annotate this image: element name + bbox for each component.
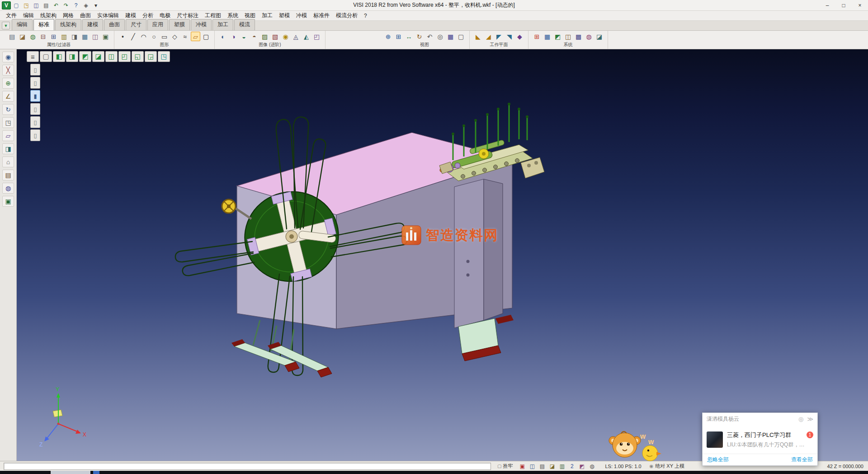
ignore-all-link[interactable]: 忽略全部	[707, 456, 729, 464]
attr-style-icon[interactable]: ▥	[59, 32, 69, 41]
render-background-icon[interactable]: ◰	[312, 32, 321, 41]
status-print-icon[interactable]: ▤	[538, 462, 546, 470]
view-axon-icon[interactable]: ◲	[145, 51, 157, 62]
float-tool-4[interactable]: ▯	[30, 103, 40, 115]
render-texture-icon[interactable]: ▨	[260, 32, 269, 41]
system-tools-icon[interactable]: ◪	[594, 32, 604, 41]
status-edit-icon[interactable]: ◪	[548, 462, 556, 470]
tab[interactable]: 线架构	[55, 19, 81, 30]
float-tool-1[interactable]: ▯	[30, 64, 40, 76]
view-rotate-icon[interactable]: ↻	[415, 32, 424, 41]
tab[interactable]: 标准	[33, 19, 54, 30]
view-plane-icon[interactable]: ▢	[40, 51, 52, 62]
status-palette-icon[interactable]: ◩	[578, 462, 586, 470]
tab[interactable]: 模流	[234, 19, 255, 30]
status-count-icon[interactable]: 2	[568, 462, 576, 470]
lock-toggle[interactable]: ▢ 拴牢	[497, 463, 513, 469]
graphics-rect-icon[interactable]: ▭	[160, 32, 169, 41]
tab-overflow-button[interactable]: ▼	[2, 22, 10, 29]
attr-properties-icon[interactable]: ▤	[7, 32, 17, 41]
display-list-icon[interactable]: ≡	[27, 51, 39, 62]
open-file-icon[interactable]: ◳	[22, 1, 31, 9]
attr-layer-icon[interactable]: ⊟	[38, 32, 48, 41]
settings-icon[interactable]: ◈	[81, 1, 90, 9]
attr-mask-icon[interactable]: ◨	[70, 32, 79, 41]
render-section-icon[interactable]: ▧	[270, 32, 280, 41]
redo-icon[interactable]: ↷	[61, 1, 71, 9]
system-database-icon[interactable]: ◫	[563, 32, 573, 41]
close-button[interactable]: ×	[852, 0, 868, 10]
ucs-tool-icon[interactable]: ◳	[2, 117, 14, 128]
coordinate-mode[interactable]: ◉ 绝对 XY 上模	[650, 463, 684, 469]
menu-item[interactable]: 塑模	[276, 10, 293, 21]
attr-color-icon[interactable]: ◍	[28, 32, 38, 41]
status-alert-icon[interactable]: ▣	[518, 462, 526, 470]
system-settings-icon[interactable]: ⊞	[532, 32, 542, 41]
workplane-yz-icon[interactable]: ◤	[494, 32, 504, 41]
workplane-xy-icon[interactable]: ◣	[473, 32, 483, 41]
render-shadow-icon[interactable]: ◬	[291, 32, 301, 41]
tab[interactable]: 曲面	[104, 19, 125, 30]
menu-item[interactable]: 模流分析	[333, 10, 361, 21]
menu-item[interactable]: 加工	[259, 10, 276, 21]
system-grid-icon[interactable]: ▩	[574, 32, 583, 41]
status-monitor-icon[interactable]: ◫	[528, 462, 536, 470]
render-light-icon[interactable]: ◉	[281, 32, 290, 41]
tab[interactable]: 冲模	[191, 19, 212, 30]
maximize-button[interactable]: □	[835, 0, 852, 10]
view-previous-icon[interactable]: ↶	[425, 32, 434, 41]
minimize-button[interactable]: –	[819, 0, 835, 10]
workplane-3pt-icon[interactable]: ◥	[505, 32, 514, 41]
view-bottom-icon[interactable]: ◱	[132, 51, 144, 62]
view-top-icon[interactable]: ◨	[66, 51, 78, 62]
attr-filter-icon[interactable]: ◪	[18, 32, 27, 41]
status-command-input[interactable]	[4, 463, 491, 470]
render-material-icon[interactable]: ◭	[302, 32, 311, 41]
qat-dropdown-icon[interactable]: ▾	[91, 1, 100, 9]
visi-logo[interactable]: V	[2, 1, 11, 9]
view-right-icon[interactable]: ◪	[92, 51, 104, 62]
layer-tool-icon[interactable]: ▤	[2, 170, 14, 180]
view-back-icon[interactable]: ◰	[118, 51, 131, 62]
view-full-icon[interactable]: ▢	[456, 32, 466, 41]
system-display-icon[interactable]: ▦	[542, 32, 552, 41]
print-icon[interactable]: ▤	[42, 1, 51, 9]
rotate-tool-icon[interactable]: ↻	[2, 104, 14, 115]
viewport-3d[interactable]: Y X Z ≡▢◧◨◩◪◫◰◱◲◳ ▯▯▮▯▯▯	[17, 49, 868, 461]
render-hidden-icon[interactable]: ◒	[239, 32, 249, 41]
graphics-solid-icon[interactable]: ▢	[201, 32, 211, 41]
mirror-tool-icon[interactable]: ◍	[2, 183, 14, 194]
graphics-point-icon[interactable]: •	[118, 32, 127, 41]
render-shaded-icon[interactable]: ◐	[218, 32, 228, 41]
menu-item[interactable]: 冲模	[293, 10, 310, 21]
snap-tool-icon[interactable]: ⊕	[2, 78, 14, 89]
tab[interactable]: 加工	[212, 19, 233, 30]
view-left-icon[interactable]: ◫	[105, 51, 118, 62]
delete-tool-icon[interactable]: ╳	[2, 65, 14, 76]
status-gear-icon[interactable]: ◍	[588, 462, 596, 470]
float-tool-3[interactable]: ▮	[30, 90, 40, 102]
surface-tool-icon[interactable]: ▱	[2, 130, 14, 141]
float-tool-6[interactable]: ▯	[30, 129, 40, 141]
view-zoom-window-icon[interactable]: ⊞	[394, 32, 403, 41]
measure-tool-icon[interactable]: ∠	[2, 91, 14, 102]
tab[interactable]: 应用	[147, 19, 168, 30]
tab[interactable]: 编辑	[12, 19, 33, 30]
attr-tag-icon[interactable]: ◫	[90, 32, 100, 41]
chat-message-item[interactable]: 三菱，西门子PLC学习群 1 LIU:①本团队有几十万QQ群，…	[703, 425, 817, 454]
workplane-reset-icon[interactable]: ◆	[515, 32, 524, 41]
status-layer-icon[interactable]: ▥	[558, 462, 566, 470]
view-all-link[interactable]: 查看全部	[791, 456, 813, 464]
attr-grid-icon[interactable]: ⊞	[49, 32, 58, 41]
view-redraw-icon[interactable]: ◎	[435, 32, 445, 41]
render-wireframe-icon[interactable]: ◑	[229, 32, 238, 41]
section-tool-icon[interactable]: ◨	[2, 143, 14, 154]
workplane-xz-icon[interactable]: ◢	[484, 32, 493, 41]
undo-icon[interactable]: ↶	[52, 1, 61, 9]
menu-item[interactable]: 标准件	[310, 10, 333, 21]
view-front-icon[interactable]: ◩	[79, 51, 91, 62]
view-iso-icon[interactable]: ◧	[53, 51, 65, 62]
attr-select-icon[interactable]: ▣	[101, 32, 110, 41]
float-tool-2[interactable]: ▯	[30, 77, 40, 89]
save-view-tool-icon[interactable]: ▣	[2, 196, 14, 207]
